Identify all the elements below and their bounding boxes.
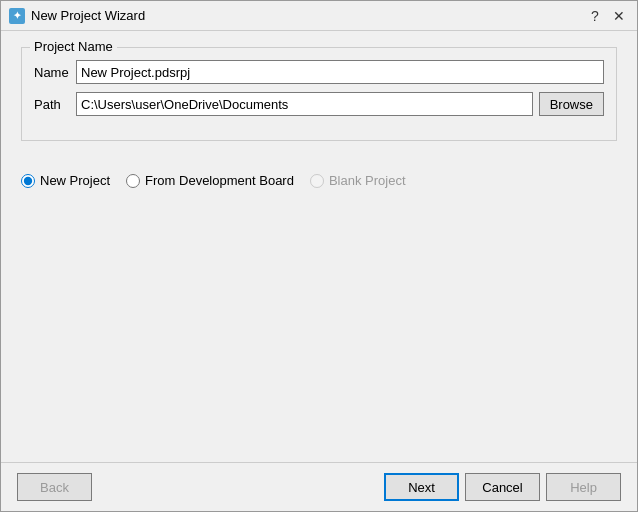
help-button[interactable]: ? (585, 6, 605, 26)
radio-option-new-project[interactable]: New Project (21, 173, 110, 188)
window-title: New Project Wizard (31, 8, 145, 23)
window: ✦ New Project Wizard ? ✕ Project Name Na… (0, 0, 638, 512)
radio-new-project[interactable] (21, 174, 35, 188)
content-area: Project Name Name Path Browse New Projec… (1, 31, 637, 462)
project-name-group: Project Name Name Path Browse (21, 47, 617, 141)
name-field-row: Name (34, 60, 604, 84)
next-button[interactable]: Next (384, 473, 459, 501)
name-label: Name (34, 65, 76, 80)
help-footer-button[interactable]: Help (546, 473, 621, 501)
radio-blank-project (310, 174, 324, 188)
radio-from-dev-board-label: From Development Board (145, 173, 294, 188)
radio-option-from-dev-board[interactable]: From Development Board (126, 173, 294, 188)
group-label: Project Name (30, 39, 117, 54)
path-field-row: Path Browse (34, 92, 604, 116)
path-label: Path (34, 97, 76, 112)
app-icon: ✦ (9, 8, 25, 24)
close-button[interactable]: ✕ (609, 6, 629, 26)
name-input[interactable] (76, 60, 604, 84)
radio-option-blank-project: Blank Project (310, 173, 406, 188)
title-bar: ✦ New Project Wizard ? ✕ (1, 1, 637, 31)
footer: Back Next Cancel Help (1, 462, 637, 511)
footer-left: Back (17, 473, 92, 501)
browse-button[interactable]: Browse (539, 92, 604, 116)
radio-new-project-label: New Project (40, 173, 110, 188)
radio-blank-project-label: Blank Project (329, 173, 406, 188)
radio-from-dev-board[interactable] (126, 174, 140, 188)
back-button[interactable]: Back (17, 473, 92, 501)
path-input[interactable] (76, 92, 533, 116)
title-bar-left: ✦ New Project Wizard (9, 8, 145, 24)
cancel-button[interactable]: Cancel (465, 473, 540, 501)
project-type-radio-group: New Project From Development Board Blank… (21, 169, 617, 192)
title-bar-controls: ? ✕ (585, 6, 629, 26)
